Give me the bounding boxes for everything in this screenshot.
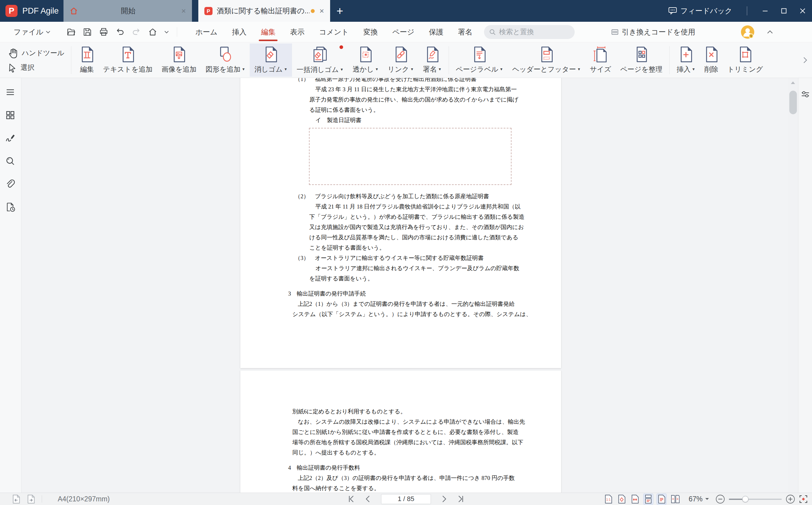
menu-item-3[interactable]: 表示 [290, 27, 304, 37]
toolbar-button-insert-page[interactable]: 挿入▼ [672, 43, 700, 77]
two-page-button[interactable] [670, 494, 680, 504]
menu-item-4[interactable]: コメント [319, 27, 349, 37]
new-tab-button[interactable]: + [333, 4, 346, 17]
document-text-line[interactable]: 場等の所在地を所轄する国税局酒税課（沖縄県においては、沖縄国税事務所間税課。以下 [240, 437, 561, 448]
scrollbar-thumb[interactable] [789, 91, 797, 114]
document-text-line[interactable]: 原子力発電所の事故の発生に伴い、輸出先の国が求める次のイからハまでに掲げ [240, 95, 561, 105]
last-page-icon[interactable] [457, 495, 465, 503]
document-text-line[interactable]: ことを証明する書面をいう。 [240, 243, 561, 253]
menu-item-1[interactable]: 挿入 [232, 27, 247, 37]
attachment-icon[interactable] [5, 179, 16, 190]
single-page-button[interactable] [657, 494, 666, 504]
page-indicator[interactable]: 1 / 85 [381, 494, 431, 504]
document-text-line[interactable]: 下「ブラジル」という。）が求める証明書で、ブラジルに輸出する酒類に係る製造 [240, 212, 561, 222]
document-text-line[interactable]: 3 輸出証明書の発行申請手続 [240, 289, 561, 299]
customize-toolbar-icon[interactable] [164, 30, 169, 33]
document-text-line[interactable]: 上記2（2）及び（3）の証明書の発行を申請する者は、申請一件につき 870 円の… [240, 473, 561, 483]
feedback-button[interactable]: フィードバック [668, 6, 732, 16]
document-text-line[interactable]: （3） オーストラリアに輸出するウイスキー等に関する貯蔵年数証明書 [240, 253, 561, 263]
select-tool-button[interactable]: 選択 [7, 63, 64, 72]
search-icon[interactable] [5, 156, 16, 167]
document-page-2[interactable]: 別紙6に定めるとおり利用するものとする。なお、システムの故障又は改修により、シス… [240, 370, 561, 493]
document-text-line[interactable]: 平成 23 年 3 月 11 日に発生した東北地方太平洋沖地震に伴う東京電力福島… [240, 84, 561, 95]
toolbar-button-crop[interactable]: トリミング [723, 43, 768, 77]
document-text-line[interactable]: オーストラリア連邦に輸出されるウイスキー、ブランデー及びラムの貯蔵年数 [240, 263, 561, 274]
document-text-line[interactable]: 国ごとに別紙1から別紙5に従い申請書を作成するとともに、必要な書類を添付し、製造 [240, 427, 561, 437]
zoom-dropdown[interactable]: 67% [689, 495, 709, 503]
toolbar-button-batch-eraser[interactable]: 一括消しゴム▼ [292, 43, 348, 77]
toolbar-button-header-footer[interactable]: ヘッダーとフッター▼ [508, 43, 585, 77]
document-text-line[interactable]: イ 製造日証明書 [240, 115, 561, 126]
toolbar-button-delete-page[interactable]: 削除 [700, 43, 723, 77]
menu-item-8[interactable]: 署名 [458, 27, 473, 37]
redeem-code-button[interactable]: 引き換えコードを使用 [611, 27, 695, 37]
search-input[interactable] [499, 28, 562, 36]
fit-width-button[interactable] [630, 494, 640, 504]
tab-start[interactable]: 開始 × [63, 0, 192, 22]
zoom-out-button[interactable] [715, 494, 725, 504]
menu-item-2[interactable]: 編集 [261, 27, 276, 37]
menu-item-5[interactable]: 変換 [363, 27, 378, 37]
search-box[interactable] [484, 25, 575, 39]
menu-item-6[interactable]: ページ [392, 27, 415, 37]
document-page-1[interactable]: （1） 福島第一原子力発電所の事故を受けた輸出用酒類に係る証明書平成 23 年 … [240, 78, 561, 368]
zoom-in-button[interactable] [786, 494, 795, 504]
continuous-scroll-button[interactable] [644, 494, 653, 504]
thumbnails-icon[interactable] [5, 110, 16, 121]
redo-icon[interactable] [132, 27, 141, 37]
empty-placeholder-box[interactable] [309, 128, 511, 185]
print-icon[interactable] [99, 27, 109, 37]
next-view-icon[interactable] [27, 494, 35, 504]
document-text-line[interactable]: システム（以下「システム」という。）により申請するものとする。その際、システムは… [240, 309, 561, 319]
toolbar-button-add-image[interactable]: 画像を追加 [157, 43, 201, 77]
toolbar-more-button[interactable] [802, 56, 808, 64]
toolbar-button-add-text[interactable]: テキストを追加 [99, 43, 157, 77]
close-tab-icon[interactable]: × [320, 7, 324, 15]
avatar[interactable]: V [741, 25, 755, 39]
document-text-line[interactable]: 別紙6に定めるとおり利用するものとする。 [240, 406, 561, 417]
previous-view-icon[interactable] [12, 494, 20, 504]
toolbar-button-page-label[interactable]: ページラベル▼ [451, 43, 508, 77]
scroll-up-icon[interactable] [791, 81, 795, 84]
actual-size-button[interactable]: 1:1 [604, 494, 613, 504]
next-page-icon[interactable] [440, 495, 448, 503]
first-page-icon[interactable] [347, 495, 355, 503]
file-menu[interactable]: ファイル [14, 27, 50, 37]
toolbar-button-organize-pages[interactable]: ページを整理 [616, 43, 667, 77]
previous-page-icon[interactable] [364, 495, 372, 503]
document-text-line[interactable]: 同じ。）へ提出するものとする。 [240, 448, 561, 458]
undo-icon[interactable] [115, 27, 125, 37]
menu-icon[interactable] [5, 87, 16, 98]
properties-icon[interactable] [801, 90, 810, 493]
minimize-button[interactable] [756, 0, 775, 22]
document-text-line[interactable]: 平成 21 年 11 月 18 日付ブラジル農牧供給省訓令によりブラジル連邦共和… [240, 202, 561, 212]
document-text-line[interactable]: ける同一性及び品質基準を満たし、国内の市場における消費に適した酒類である [240, 232, 561, 243]
document-viewer[interactable]: （1） 福島第一原子力発電所の事故を受けた輸出用酒類に係る証明書平成 23 年 … [22, 78, 788, 493]
toolbar-button-add-shape[interactable]: 図形を追加▼ [201, 43, 250, 77]
document-text-line[interactable]: （1） 福島第一原子力発電所の事故を受けた輸出用酒類に係る証明書 [240, 78, 561, 84]
fullscreen-button[interactable] [799, 495, 808, 503]
open-file-icon[interactable] [66, 27, 76, 37]
document-text-line[interactable]: 4 輸出証明書の発行手数料 [240, 463, 561, 473]
toolbar-button-edit[interactable]: 編集 [75, 43, 99, 77]
zoom-slider[interactable] [729, 496, 782, 502]
annotate-icon[interactable] [5, 133, 16, 144]
toolbar-button-signature[interactable]: 署名▼ [419, 43, 446, 77]
zoom-slider-handle[interactable] [742, 496, 749, 502]
maximize-button[interactable] [775, 0, 793, 22]
menu-item-7[interactable]: 保護 [429, 27, 444, 37]
history-icon[interactable] [5, 202, 16, 213]
document-text-line[interactable]: なお、システムの故障又は改修により、システムによる申請ができない場合は、輸出先 [240, 417, 561, 427]
close-window-button[interactable] [793, 0, 812, 22]
collapse-toolbar-icon[interactable] [767, 30, 773, 34]
menu-item-0[interactable]: ホーム [195, 27, 217, 37]
toolbar-button-link[interactable]: リンク▼ [383, 43, 419, 77]
toolbar-button-watermark[interactable]: 透かし▼ [348, 43, 383, 77]
home-icon[interactable] [148, 27, 158, 37]
vertical-scrollbar[interactable] [788, 78, 798, 493]
tab-document[interactable]: P 酒類に関する輸出証明書の... × [198, 0, 330, 22]
document-text-line[interactable]: （2） ブラジル向け飲料等及びぶどうを加工した酒類に係る原産地証明書 [240, 191, 561, 202]
close-tab-icon[interactable]: × [181, 7, 186, 15]
save-icon[interactable] [83, 27, 92, 37]
document-text-line[interactable]: 又は充填施設が国内で製造又は充填行為を行っており、また、その酒類が国内にお [240, 222, 561, 232]
